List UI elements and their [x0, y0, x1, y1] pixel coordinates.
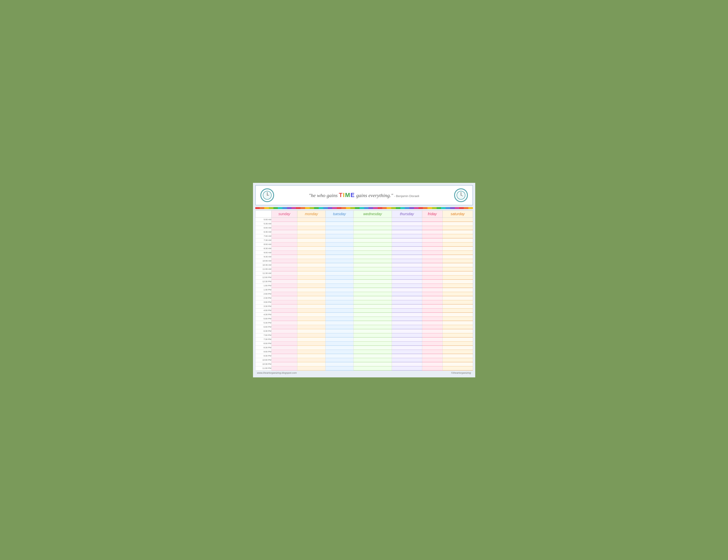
- day-cell[interactable]: [271, 280, 297, 283]
- day-cell[interactable]: [422, 259, 443, 263]
- day-cell[interactable]: [297, 263, 326, 267]
- day-cell[interactable]: [422, 238, 443, 242]
- day-cell[interactable]: [326, 358, 353, 362]
- day-cell[interactable]: [326, 222, 353, 226]
- day-cell[interactable]: [353, 283, 392, 288]
- day-cell[interactable]: [326, 321, 353, 325]
- day-cell[interactable]: [326, 271, 353, 275]
- day-cell[interactable]: [297, 238, 326, 242]
- day-cell[interactable]: [422, 271, 443, 275]
- day-cell[interactable]: [443, 251, 473, 255]
- day-cell[interactable]: [443, 230, 473, 234]
- day-cell[interactable]: [353, 366, 392, 370]
- day-cell[interactable]: [443, 242, 473, 247]
- day-cell[interactable]: [353, 341, 392, 345]
- day-cell[interactable]: [422, 350, 443, 354]
- day-cell[interactable]: [297, 362, 326, 366]
- day-cell[interactable]: [297, 251, 326, 255]
- day-cell[interactable]: [326, 255, 353, 259]
- day-cell[interactable]: [392, 321, 422, 325]
- day-cell[interactable]: [392, 354, 422, 358]
- day-cell[interactable]: [271, 226, 297, 230]
- day-cell[interactable]: [353, 275, 392, 280]
- day-cell[interactable]: [297, 226, 326, 230]
- day-cell[interactable]: [353, 354, 392, 358]
- day-cell[interactable]: [392, 333, 422, 337]
- day-cell[interactable]: [392, 292, 422, 296]
- day-cell[interactable]: [271, 333, 297, 337]
- day-cell[interactable]: [271, 288, 297, 292]
- day-cell[interactable]: [353, 329, 392, 333]
- day-cell[interactable]: [443, 321, 473, 325]
- day-cell[interactable]: [392, 329, 422, 333]
- day-cell[interactable]: [443, 362, 473, 366]
- day-cell[interactable]: [297, 333, 326, 337]
- day-cell[interactable]: [443, 271, 473, 275]
- day-cell[interactable]: [271, 234, 297, 238]
- day-cell[interactable]: [271, 259, 297, 263]
- day-cell[interactable]: [353, 337, 392, 341]
- day-cell[interactable]: [326, 238, 353, 242]
- day-cell[interactable]: [326, 267, 353, 271]
- day-cell[interactable]: [443, 333, 473, 337]
- day-cell[interactable]: [326, 350, 353, 354]
- day-cell[interactable]: [297, 234, 326, 238]
- day-cell[interactable]: [326, 288, 353, 292]
- day-cell[interactable]: [353, 358, 392, 362]
- day-cell[interactable]: [271, 308, 297, 312]
- day-cell[interactable]: [422, 288, 443, 292]
- day-cell[interactable]: [422, 267, 443, 271]
- day-cell[interactable]: [443, 222, 473, 226]
- day-cell[interactable]: [353, 242, 392, 247]
- day-cell[interactable]: [271, 292, 297, 296]
- day-cell[interactable]: [392, 345, 422, 350]
- day-cell[interactable]: [422, 345, 443, 350]
- day-cell[interactable]: [392, 280, 422, 283]
- day-cell[interactable]: [353, 267, 392, 271]
- day-cell[interactable]: [422, 308, 443, 312]
- day-cell[interactable]: [271, 304, 297, 308]
- day-cell[interactable]: [392, 259, 422, 263]
- day-cell[interactable]: [271, 350, 297, 354]
- day-cell[interactable]: [392, 312, 422, 316]
- day-cell[interactable]: [392, 337, 422, 341]
- day-cell[interactable]: [297, 337, 326, 341]
- day-cell[interactable]: [297, 300, 326, 304]
- day-cell[interactable]: [326, 316, 353, 321]
- day-cell[interactable]: [392, 226, 422, 230]
- day-cell[interactable]: [297, 255, 326, 259]
- day-cell[interactable]: [422, 226, 443, 230]
- day-cell[interactable]: [297, 308, 326, 312]
- day-cell[interactable]: [353, 325, 392, 329]
- day-cell[interactable]: [271, 230, 297, 234]
- day-cell[interactable]: [326, 362, 353, 366]
- day-cell[interactable]: [392, 271, 422, 275]
- day-cell[interactable]: [297, 283, 326, 288]
- day-cell[interactable]: [443, 275, 473, 280]
- day-cell[interactable]: [392, 218, 422, 222]
- day-cell[interactable]: [392, 247, 422, 251]
- day-cell[interactable]: [297, 267, 326, 271]
- day-cell[interactable]: [271, 325, 297, 329]
- day-cell[interactable]: [443, 329, 473, 333]
- day-cell[interactable]: [326, 300, 353, 304]
- day-cell[interactable]: [326, 292, 353, 296]
- day-cell[interactable]: [326, 345, 353, 350]
- day-cell[interactable]: [353, 312, 392, 316]
- day-cell[interactable]: [443, 255, 473, 259]
- day-cell[interactable]: [353, 226, 392, 230]
- day-cell[interactable]: [353, 263, 392, 267]
- day-cell[interactable]: [297, 341, 326, 345]
- day-cell[interactable]: [297, 296, 326, 300]
- day-cell[interactable]: [326, 329, 353, 333]
- day-cell[interactable]: [271, 345, 297, 350]
- day-cell[interactable]: [443, 300, 473, 304]
- day-cell[interactable]: [392, 350, 422, 354]
- day-cell[interactable]: [297, 321, 326, 325]
- day-cell[interactable]: [353, 350, 392, 354]
- day-cell[interactable]: [271, 341, 297, 345]
- day-cell[interactable]: [326, 234, 353, 238]
- day-cell[interactable]: [297, 304, 326, 308]
- day-cell[interactable]: [422, 325, 443, 329]
- day-cell[interactable]: [271, 242, 297, 247]
